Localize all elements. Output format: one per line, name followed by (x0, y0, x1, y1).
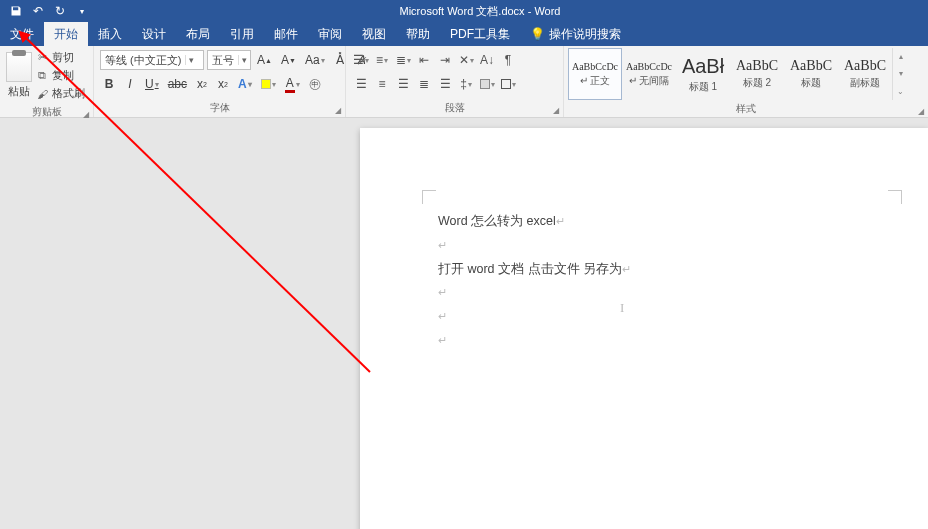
tab-help[interactable]: 帮助 (396, 22, 440, 46)
bullets-button[interactable]: ☰▾ (352, 50, 370, 70)
multilevel-button[interactable]: ≣▾ (394, 50, 412, 70)
copy-button[interactable]: ⧉复制 (36, 68, 85, 83)
qat-customize[interactable]: ▾ (72, 2, 92, 20)
group-paragraph-label: 段落◢ (346, 101, 563, 117)
tab-mailings[interactable]: 邮件 (264, 22, 308, 46)
asian-layout-button[interactable]: ✕▾ (457, 50, 475, 70)
show-marks-button[interactable]: ¶ (499, 50, 517, 70)
tab-references[interactable]: 引用 (220, 22, 264, 46)
paste-button[interactable]: 粘贴 (8, 84, 30, 99)
sort-button[interactable]: A↓ (478, 50, 496, 70)
qat-undo[interactable]: ↶ (28, 2, 48, 20)
text-cursor-ibeam: I (620, 300, 624, 316)
window-title: Microsoft Word 文档.docx - Word (92, 4, 868, 19)
format-painter-button[interactable]: 🖌格式刷 (36, 86, 85, 101)
para-mark: ↵ (438, 334, 447, 346)
copy-icon: ⧉ (36, 70, 48, 82)
para-mark: ↵ (438, 310, 447, 322)
justify-button[interactable]: ≣ (415, 74, 433, 94)
page[interactable]: Word 怎么转为 excel↵ ↵ 打开 word 文档 点击文件 另存为↵ … (360, 128, 928, 529)
superscript-button[interactable]: x2 (214, 74, 232, 94)
decrease-indent-button[interactable]: ⇤ (415, 50, 433, 70)
italic-button[interactable]: I (121, 74, 139, 94)
tab-file[interactable]: 文件 (0, 22, 44, 46)
para-mark: ↵ (556, 215, 565, 227)
margin-crop-tr (888, 190, 902, 204)
scissors-icon: ✂ (36, 52, 48, 64)
shrink-font-button[interactable]: A▼ (278, 50, 299, 70)
gallery-down[interactable]: ▾ (893, 65, 908, 82)
tab-home[interactable]: 开始 (44, 22, 88, 46)
para-mark: ↵ (622, 263, 631, 275)
tab-view[interactable]: 视图 (352, 22, 396, 46)
para-mark: ↵ (438, 286, 447, 298)
lightbulb-icon: 💡 (530, 27, 545, 41)
cut-button[interactable]: ✂剪切 (36, 50, 85, 65)
highlight-swatch (261, 79, 271, 89)
line-spacing-button[interactable]: ‡▾ (457, 74, 475, 94)
tab-tellme[interactable]: 💡操作说明搜索 (520, 22, 631, 46)
style-normal[interactable]: AaBbCcDc↵ 正文 (568, 48, 622, 100)
gallery-more[interactable]: ⌄ (893, 83, 908, 100)
distribute-button[interactable]: ☰ (436, 74, 454, 94)
document-area[interactable]: Word 怎么转为 excel↵ ↵ 打开 word 文档 点击文件 另存为↵ … (0, 118, 928, 529)
bold-button[interactable]: B (100, 74, 118, 94)
para-mark: ↵ (438, 239, 447, 251)
qat-redo[interactable]: ↻ (50, 2, 70, 20)
change-case-button[interactable]: Aa▾ (302, 50, 328, 70)
styles-dialog-launcher[interactable]: ◢ (918, 107, 924, 116)
align-center-button[interactable]: ≡ (373, 74, 391, 94)
paste-icon[interactable] (6, 52, 32, 82)
text-effects-button[interactable]: A▾ (235, 74, 255, 94)
numbering-button[interactable]: ≡▾ (373, 50, 391, 70)
enclose-char-button[interactable]: ㊥ (306, 74, 324, 94)
shade-swatch (480, 79, 490, 89)
increase-indent-button[interactable]: ⇥ (436, 50, 454, 70)
style-heading1[interactable]: AaBł标题 1 (676, 48, 730, 100)
doc-line-1: Word 怎么转为 excel (438, 214, 556, 228)
borders-button[interactable]: ▾ (499, 74, 517, 94)
group-font-label: 字体◢ (94, 101, 345, 117)
style-title[interactable]: AaBbC标题 (784, 48, 838, 100)
shading-button[interactable]: ▾ (478, 74, 496, 94)
style-subtitle[interactable]: AaBbC副标题 (838, 48, 892, 100)
tab-review[interactable]: 审阅 (308, 22, 352, 46)
tab-insert[interactable]: 插入 (88, 22, 132, 46)
strike-button[interactable]: abc (165, 74, 190, 94)
font-color-button[interactable]: A▾ (282, 74, 303, 94)
tab-pdf[interactable]: PDF工具集 (440, 22, 520, 46)
doc-body[interactable]: Word 怎么转为 excel↵ ↵ 打开 word 文档 点击文件 另存为↵ … (438, 210, 631, 353)
gallery-up[interactable]: ▴ (893, 48, 908, 65)
align-left-button[interactable]: ☰ (352, 74, 370, 94)
tab-layout[interactable]: 布局 (176, 22, 220, 46)
paragraph-dialog-launcher[interactable]: ◢ (553, 106, 559, 115)
font-dialog-launcher[interactable]: ◢ (335, 106, 341, 115)
highlight-button[interactable]: ▾ (258, 74, 279, 94)
border-swatch (501, 79, 511, 89)
style-no-spacing[interactable]: AaBbCcDc↵ 无间隔 (622, 48, 676, 100)
margin-crop-tl (422, 190, 436, 204)
subscript-button[interactable]: x2 (193, 74, 211, 94)
style-heading2[interactable]: AaBbC标题 2 (730, 48, 784, 100)
brush-icon: 🖌 (36, 88, 48, 100)
font-size-combo[interactable]: 五号▾ (207, 50, 251, 70)
font-name-combo[interactable]: 等线 (中文正文)▾ (100, 50, 204, 70)
grow-font-button[interactable]: A▲ (254, 50, 275, 70)
qat-save[interactable] (6, 2, 26, 20)
group-styles-label: 样式◢ (564, 102, 928, 118)
underline-button[interactable]: U▾ (142, 74, 162, 94)
tab-design[interactable]: 设计 (132, 22, 176, 46)
doc-line-2: 打开 word 文档 点击文件 另存为 (438, 262, 622, 276)
align-right-button[interactable]: ☰ (394, 74, 412, 94)
styles-gallery[interactable]: AaBbCcDc↵ 正文 AaBbCcDc↵ 无间隔 AaBł标题 1 AaBb… (568, 48, 908, 100)
